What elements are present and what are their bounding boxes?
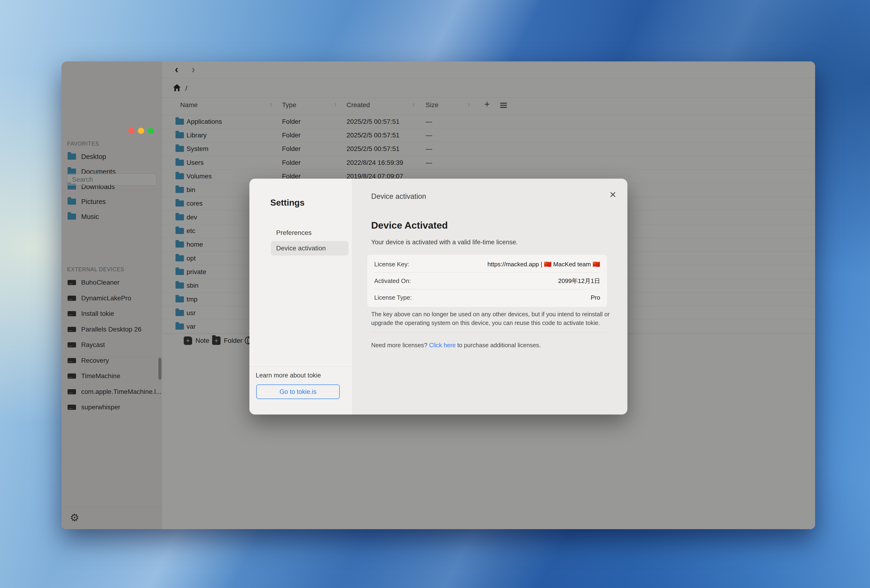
settings-nav: Preferences Device activation [271, 226, 349, 257]
license-key-value: https://macked.app | 🇨🇳 MacKed team 🇨🇳 [487, 261, 600, 268]
settings-title: Settings [270, 198, 305, 208]
activation-description: Your device is activated with a valid li… [371, 239, 518, 246]
go-to-tokie-button[interactable]: Go to tokie.is [256, 385, 340, 399]
zoom-window-button[interactable] [147, 128, 154, 134]
divider [371, 332, 609, 333]
need-more-licenses-line: Need more licenses? Click here to purcha… [371, 342, 541, 349]
panel-title: Device activation [371, 192, 426, 201]
minimize-window-button[interactable] [138, 128, 144, 134]
license-key-row: License Key: https://macked.app | 🇨🇳 Mac… [374, 256, 600, 272]
settings-modal-sidebar: Settings Preferences Device activation L… [249, 179, 352, 414]
license-note: The key above can no longer be used on a… [371, 310, 614, 327]
device-activation-panel: Device activation × Device Activated You… [352, 179, 627, 414]
click-here-link[interactable]: Click here [429, 342, 456, 348]
close-window-button[interactable] [128, 128, 134, 134]
license-key-label: License Key: [374, 261, 409, 268]
device-activated-heading: Device Activated [371, 220, 448, 231]
activated-on-value: 2099年12月1日 [558, 277, 600, 285]
license-type-row: License Type: Pro [374, 289, 600, 306]
license-type-label: License Type: [374, 294, 412, 301]
settings-nav-preferences[interactable]: Preferences [271, 226, 349, 240]
license-type-value: Pro [591, 294, 600, 301]
learn-more-label: Learn more about tokie [256, 372, 321, 379]
close-icon[interactable]: × [609, 189, 616, 200]
settings-nav-device-activation[interactable]: Device activation [271, 241, 349, 255]
activated-on-row: Activated On: 2099年12月1日 [374, 272, 600, 289]
license-card: License Key: https://macked.app | 🇨🇳 Mac… [367, 254, 608, 307]
settings-modal: Settings Preferences Device activation L… [249, 179, 627, 414]
activated-on-label: Activated On: [374, 277, 411, 285]
